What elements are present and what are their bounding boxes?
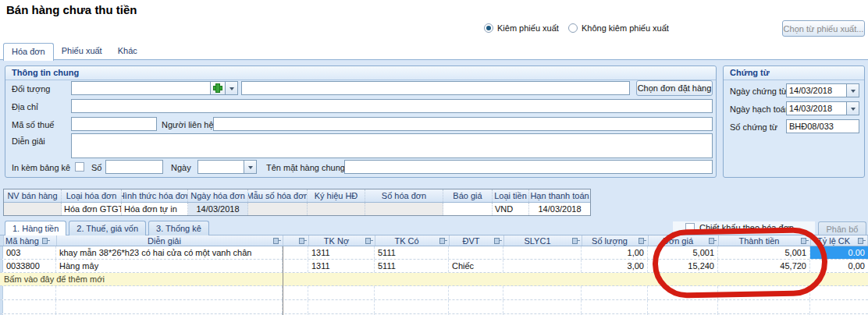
col-dien-giai[interactable]: Diễn giải (57, 235, 283, 246)
cell-tk-no[interactable]: 1311 (308, 246, 375, 259)
dien-giai-textarea[interactable] (71, 133, 713, 158)
in-kem-bang-ke-label: In kèm bảng kê (12, 163, 70, 172)
ngay-chung-tu-label: Ngày chứng từ (730, 87, 787, 96)
chevron-down-icon[interactable] (225, 82, 237, 94)
cell-dien-giai[interactable]: Hàng mây (56, 260, 283, 272)
in-kem-bang-ke-checkbox[interactable] (75, 162, 84, 172)
cell-so-hoa-don[interactable] (365, 203, 443, 215)
doi-tuong-combo[interactable] (71, 81, 238, 95)
pin-icon[interactable] (800, 237, 809, 244)
tab-khac[interactable]: Khác (110, 43, 145, 60)
cell-dvt[interactable] (449, 246, 503, 259)
col-spacer[interactable] (283, 235, 309, 246)
cell-loai-hoa-don[interactable]: Hóa đơn GTGT (62, 203, 122, 215)
pin-icon[interactable] (439, 237, 447, 244)
cell-ma-hang[interactable]: 003 (3, 246, 56, 259)
col-nv-ban-hang[interactable]: NV bán hàng (4, 189, 62, 202)
dien-giai-label: Diễn giải (12, 136, 45, 146)
tab-thong-ke[interactable]: 3. Thống kê (148, 221, 209, 235)
ngay-hach-toan-datefield[interactable]: 14/03/2018 (786, 101, 859, 115)
chiet-khau-checkbox[interactable] (685, 223, 695, 232)
add-new-row[interactable]: Bấm vào đây để thêm mới (0, 273, 868, 286)
col-bao-gia[interactable]: Báo giá (443, 189, 493, 202)
cell-bao-gia[interactable] (443, 203, 493, 215)
cell-thanh-tien[interactable]: 5,001 (718, 246, 810, 259)
add-icon[interactable] (210, 82, 225, 94)
pin-icon[interactable] (41, 237, 50, 244)
pin-icon[interactable] (365, 237, 373, 244)
nguoi-lien-he-input[interactable] (213, 117, 713, 131)
col-tk-co[interactable]: TK Có (375, 235, 450, 246)
tab-phieu-xuat[interactable]: Phiếu xuất (54, 43, 110, 60)
pin-icon[interactable] (571, 237, 580, 244)
cell-don-gia[interactable]: 5,001 (648, 246, 718, 259)
cell-ngay-hoa-don[interactable]: 14/03/2018 (188, 203, 248, 215)
cell-tk-no[interactable]: 1311 (308, 260, 375, 272)
cell-ty-le-ck[interactable]: 0,00 (810, 260, 868, 272)
col-hinh-thuc-hoa-don[interactable]: Hình thức hóa đơn (122, 189, 188, 202)
col-ma-hang[interactable]: Mã hàng (4, 235, 57, 246)
ma-so-thue-label: Mã số thuế (12, 120, 54, 129)
cell-dvt[interactable]: Chiếc (449, 260, 503, 272)
radio-khong-kiem-phieu-xuat[interactable]: Không kiêm phiếu xuất (568, 23, 669, 34)
empty-row (0, 300, 868, 314)
dia-chi-input[interactable] (71, 99, 713, 113)
col-han-thanh-toan[interactable]: Hạn thanh toán (529, 189, 590, 202)
radio-kiem-phieu-xuat[interactable]: Kiêm phiếu xuất (484, 23, 559, 34)
so-input[interactable] (105, 160, 163, 174)
pin-icon[interactable] (298, 237, 307, 244)
pin-icon[interactable] (493, 237, 502, 244)
cell-loai-tien[interactable]: VND (493, 203, 529, 215)
pin-icon[interactable] (708, 237, 717, 244)
ten-mat-hang-chung-input[interactable] (344, 160, 713, 174)
col-loai-tien[interactable]: Loại tiền (493, 189, 529, 202)
cell-nv-ban-hang[interactable] (4, 203, 62, 215)
chevron-down-icon[interactable] (846, 102, 859, 115)
col-don-gia[interactable]: Đơn giá (649, 235, 719, 246)
tab-hang-tien[interactable]: 1. Hàng tiền (5, 221, 66, 235)
cell-ma-hang[interactable]: 0033800 (3, 260, 56, 272)
so-chung-tu-input[interactable]: BHĐ08/033 (786, 119, 859, 133)
col-mau-so-hoa-don[interactable]: Mẫu số hóa đơn (248, 189, 308, 202)
cell-tk-co[interactable]: 5111 (375, 246, 449, 259)
col-loai-hoa-don[interactable]: Loại hóa đơn (62, 189, 122, 202)
col-ngay-hoa-don[interactable]: Ngày hóa đơn (188, 189, 248, 202)
pin-icon[interactable] (638, 237, 646, 244)
cell-slyc1[interactable] (503, 246, 582, 259)
cell-so-luong[interactable]: 3,00 (582, 260, 648, 272)
chon-tu-phieu-xuat-button[interactable]: Chọn từ phiếu xuất... (782, 20, 865, 37)
cell-mau-so-hoa-don[interactable] (248, 203, 308, 215)
cell-spacer[interactable] (283, 246, 308, 259)
cell-ky-hieu-hd[interactable] (308, 203, 365, 215)
cell-han-thanh-toan[interactable]: 14/03/2018 (529, 203, 590, 215)
col-tk-no[interactable]: TK Nợ (309, 235, 375, 246)
cell-thanh-tien[interactable]: 45,720 (718, 260, 810, 272)
col-ty-le-ck[interactable]: Tỷ lệ CK (811, 235, 868, 246)
ma-so-thue-input[interactable] (71, 117, 157, 131)
cell-ty-le-ck-selected[interactable]: 0.00 (810, 246, 868, 259)
cell-slyc1[interactable] (503, 260, 582, 272)
col-so-luong[interactable]: Số lượng (582, 235, 649, 246)
cell-don-gia[interactable]: 15,240 (648, 260, 718, 272)
phan-bo-button[interactable]: Phân bổ (818, 221, 866, 235)
chevron-down-icon[interactable] (846, 84, 859, 97)
col-slyc1[interactable]: SLYC1 (504, 235, 582, 246)
col-dvt[interactable]: ĐVT (450, 235, 504, 246)
chevron-down-icon[interactable] (244, 161, 256, 173)
tab-thue-gia-von[interactable]: 2. Thuế, giá vốn (69, 221, 146, 235)
tab-hoa-don[interactable]: Hóa đơn (3, 43, 54, 61)
col-ky-hieu-hd[interactable]: Ký hiệu HĐ (308, 189, 365, 202)
cell-so-luong[interactable]: 1,00 (582, 246, 648, 259)
cell-tk-co[interactable]: 5111 (375, 260, 449, 272)
ngay-combo[interactable] (197, 160, 257, 174)
chon-don-dat-hang-button[interactable]: Chọn đơn đặt hàng (636, 80, 713, 96)
col-so-hoa-don[interactable]: Số hóa đơn (365, 189, 443, 202)
pin-icon[interactable] (272, 237, 281, 244)
cell-hinh-thuc-hoa-don[interactable]: Hóa đơn tự in (122, 203, 188, 215)
col-thanh-tien[interactable]: Thành tiền (719, 235, 811, 246)
pin-icon[interactable] (857, 237, 866, 244)
doi-tuong-name-input[interactable] (241, 81, 630, 95)
cell-spacer[interactable] (283, 260, 308, 272)
cell-dien-giai[interactable]: khay mẫn 38*26*h23 có hai cửa có một van… (56, 246, 283, 259)
ngay-chung-tu-datefield[interactable]: 14/03/2018 (786, 83, 859, 97)
